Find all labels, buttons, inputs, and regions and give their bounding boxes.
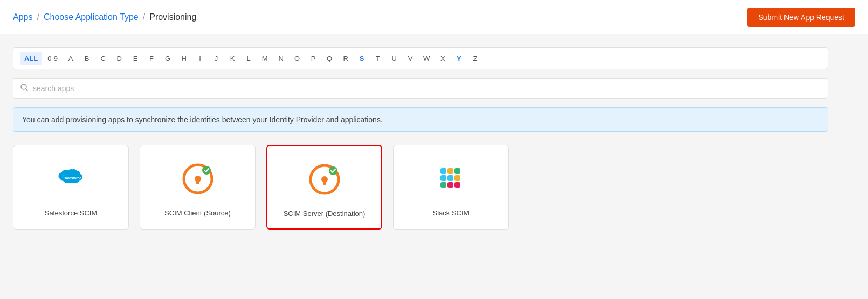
- alpha-btn-d[interactable]: D: [112, 52, 127, 65]
- submit-new-app-button[interactable]: Submit New App Request: [747, 8, 855, 27]
- svg-line-1: [26, 89, 28, 91]
- alpha-btn-c[interactable]: C: [95, 52, 111, 65]
- svg-rect-15: [447, 182, 453, 188]
- header: Apps / Choose Application Type / Provisi…: [0, 0, 868, 34]
- slack-icon: [434, 162, 469, 196]
- alpha-btn-k[interactable]: K: [225, 52, 240, 65]
- alpha-btn-f[interactable]: F: [144, 52, 159, 65]
- svg-rect-14: [440, 182, 446, 188]
- app-card-scim-server[interactable]: SCIM Server (Destination): [266, 145, 382, 230]
- app-name-slack-scim: Slack SCIM: [433, 209, 470, 217]
- app-card-scim-client[interactable]: SCIM Client (Source): [140, 145, 256, 230]
- alpha-btn-s[interactable]: S: [354, 52, 369, 65]
- salesforce-icon: salesforce: [54, 162, 88, 196]
- svg-point-10: [329, 166, 337, 175]
- svg-rect-9: [323, 179, 326, 185]
- app-name-scim-client: SCIM Client (Source): [164, 209, 231, 217]
- info-banner-text: You can add provisioning apps to synchro…: [22, 115, 383, 124]
- svg-rect-5: [196, 179, 199, 184]
- alpha-btn-o[interactable]: O: [290, 52, 305, 65]
- app-name-scim-server: SCIM Server (Destination): [284, 210, 366, 218]
- alpha-btn-j[interactable]: J: [209, 52, 224, 65]
- alpha-btn-v[interactable]: V: [403, 52, 418, 65]
- alpha-btn-b[interactable]: B: [79, 52, 94, 65]
- search-icon: [20, 83, 29, 94]
- svg-rect-19: [454, 168, 460, 174]
- alpha-btn-w[interactable]: W: [419, 52, 434, 65]
- alpha-btn-l[interactable]: L: [241, 52, 256, 65]
- alpha-btn-u[interactable]: U: [387, 52, 402, 65]
- svg-rect-17: [454, 175, 460, 181]
- scim-client-icon: [181, 162, 215, 196]
- alpha-btn-q[interactable]: Q: [322, 52, 337, 65]
- info-banner: You can add provisioning apps to synchro…: [13, 107, 828, 132]
- alpha-btn-m[interactable]: M: [257, 52, 272, 65]
- search-input[interactable]: [33, 84, 821, 93]
- svg-rect-18: [447, 175, 453, 181]
- svg-text:salesforce: salesforce: [64, 176, 81, 179]
- svg-rect-12: [440, 175, 446, 181]
- alpha-btn-n[interactable]: N: [273, 52, 288, 65]
- alpha-btn-g[interactable]: G: [160, 52, 175, 65]
- search-container: [13, 78, 828, 99]
- alpha-btn-all[interactable]: ALL: [20, 52, 42, 65]
- alpha-btn-z[interactable]: Z: [467, 52, 483, 65]
- alpha-btn-i[interactable]: I: [192, 52, 208, 65]
- app-card-slack-scim[interactable]: Slack SCIM: [393, 145, 509, 230]
- alpha-btn-p[interactable]: P: [306, 52, 321, 65]
- svg-rect-11: [440, 168, 446, 174]
- breadcrumb-sep-2: /: [143, 12, 145, 22]
- alpha-btn-09[interactable]: 0-9: [43, 52, 62, 65]
- breadcrumb-apps[interactable]: Apps: [13, 12, 32, 22]
- alpha-btn-t[interactable]: T: [370, 52, 385, 65]
- alpha-btn-h[interactable]: H: [176, 52, 191, 65]
- alpha-btn-e[interactable]: E: [128, 52, 143, 65]
- scim-server-icon: [307, 162, 342, 197]
- breadcrumb-choose[interactable]: Choose Application Type: [44, 12, 139, 22]
- alpha-btn-y[interactable]: Y: [451, 52, 466, 65]
- breadcrumb: Apps / Choose Application Type / Provisi…: [13, 12, 196, 22]
- alpha-btn-r[interactable]: R: [338, 52, 353, 65]
- main-content: ALL 0-9 A B C D E F G H I J K L M N O P …: [0, 34, 841, 242]
- alpha-btn-a[interactable]: A: [63, 52, 78, 65]
- svg-rect-13: [447, 168, 453, 174]
- app-card-salesforce-scim[interactable]: salesforce Salesforce SCIM: [13, 145, 129, 230]
- alphabet-filter: ALL 0-9 A B C D E F G H I J K L M N O P …: [13, 47, 828, 69]
- breadcrumb-sep-1: /: [37, 12, 39, 22]
- svg-rect-16: [454, 182, 460, 188]
- apps-grid: salesforce Salesforce SCIM SCIM Client (…: [13, 145, 828, 230]
- svg-point-6: [202, 166, 211, 175]
- breadcrumb-current: Provisioning: [149, 12, 196, 22]
- alpha-btn-x[interactable]: X: [435, 52, 450, 65]
- app-name-salesforce-scim: Salesforce SCIM: [45, 209, 98, 217]
